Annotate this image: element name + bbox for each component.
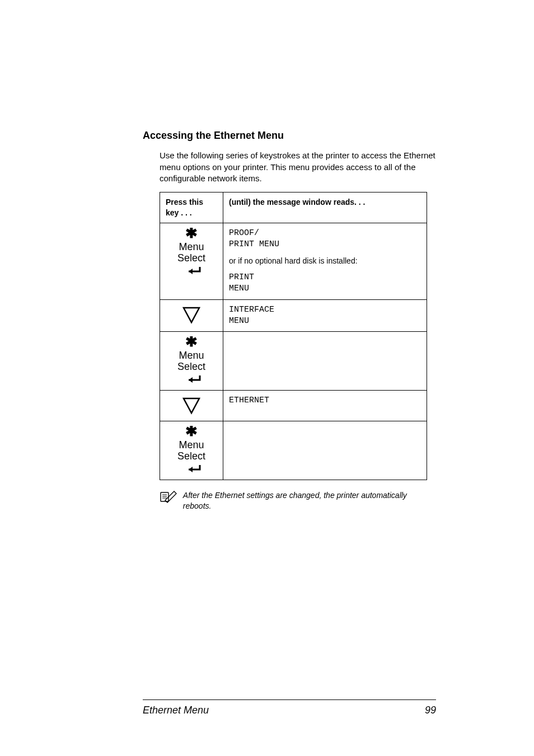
table-row: ✱ Menu Select PROOF/ PRINT MENU or if no… — [160, 223, 427, 299]
svg-marker-8 — [189, 377, 193, 383]
svg-marker-13 — [189, 467, 193, 472]
svg-text:Select: Select — [177, 361, 205, 372]
svg-text:✱: ✱ — [185, 228, 198, 241]
svg-text:Select: Select — [177, 450, 205, 462]
table-row: ETHERNET — [160, 391, 427, 421]
svg-rect-14 — [161, 492, 168, 501]
message-line: ETHERNET — [229, 395, 421, 406]
note-icon — [160, 490, 177, 504]
message-line: MENU — [229, 283, 421, 294]
svg-marker-9 — [184, 398, 199, 413]
menu-select-icon: ✱ Menu Select — [175, 426, 208, 475]
message-line: PROOF/ — [229, 228, 421, 239]
section-heading: Accessing the Ethernet Menu — [143, 129, 436, 142]
table-row: ✱ Menu Select — [160, 421, 427, 480]
table-header-row: Press this key . . . (until) the message… — [160, 192, 427, 223]
menu-select-icon: ✱ Menu Select — [175, 228, 208, 277]
message-alt-text: or if no optional hard disk is installed… — [229, 256, 421, 266]
message-line: INTERFACE — [229, 304, 421, 316]
menu-select-icon: ✱ Menu Select — [175, 336, 208, 386]
page-footer: Ethernet Menu 99 — [143, 699, 436, 717]
down-arrow-icon — [178, 395, 205, 416]
svg-text:✱: ✱ — [185, 426, 198, 439]
table-row: ✱ Menu Select — [160, 332, 427, 391]
svg-text:Menu: Menu — [179, 241, 204, 252]
svg-text:✱: ✱ — [185, 336, 198, 350]
message-line: PRINT MENU — [229, 239, 421, 250]
down-arrow-icon — [178, 304, 205, 326]
intro-paragraph: Use the following series of keystrokes a… — [160, 150, 436, 184]
svg-marker-4 — [184, 308, 199, 322]
footer-title: Ethernet Menu — [143, 703, 209, 717]
message-line: PRINT — [229, 272, 421, 283]
table-row: INTERFACE MENU — [160, 299, 427, 332]
note-text: After the Ethernet settings are changed,… — [183, 490, 436, 511]
message-line: MENU — [229, 316, 421, 327]
table-header-key: Press this key . . . — [160, 192, 223, 223]
table-header-message: (until) the message window reads. . . — [223, 192, 427, 223]
svg-marker-3 — [189, 269, 193, 274]
svg-text:Menu: Menu — [179, 350, 204, 361]
svg-text:Select: Select — [177, 252, 205, 264]
keystroke-table: Press this key . . . (until) the message… — [160, 192, 427, 480]
footer-page-number: 99 — [425, 703, 436, 717]
svg-text:Menu: Menu — [179, 439, 204, 450]
